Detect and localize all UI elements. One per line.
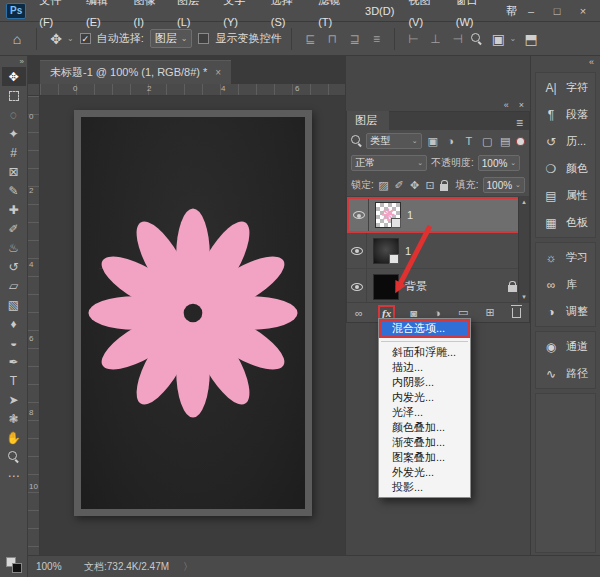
edit-toolbar-button[interactable]: ⋯	[2, 466, 26, 485]
layer-row-2[interactable]: 1	[347, 233, 529, 269]
rail-collapse-icon[interactable]: «	[589, 57, 594, 70]
background-swatch[interactable]	[12, 563, 22, 573]
menu-type[interactable]: 文字(Y)	[216, 0, 263, 33]
chevron-down-icon[interactable]: ⌄	[509, 34, 516, 43]
menu-item-inner-glow[interactable]: 内发光...	[379, 390, 470, 405]
type-tool[interactable]: T	[2, 371, 26, 390]
blur-tool[interactable]: ♦	[2, 314, 26, 333]
menu-image[interactable]: 图像(I)	[127, 0, 171, 33]
auto-select-checkbox[interactable]: ✓	[80, 33, 91, 44]
healing-brush-tool[interactable]: ✚	[2, 200, 26, 219]
panel-button-color[interactable]: ❍ 颜色	[543, 161, 595, 176]
clone-stamp-tool[interactable]: ♨	[2, 238, 26, 257]
panel-button-adjustments[interactable]: ◑ 调整	[543, 304, 595, 319]
maximize-button[interactable]: □	[550, 5, 564, 17]
foreground-background-swatches[interactable]	[6, 557, 22, 573]
filter-type-dropdown[interactable]: 类型 ⌄	[366, 133, 421, 149]
visibility-cell[interactable]	[347, 269, 367, 302]
brush-tool[interactable]: ✐	[2, 219, 26, 238]
panel-close-icon[interactable]: ×	[519, 100, 524, 110]
dodge-tool[interactable]: ◒	[2, 333, 26, 352]
shape-tool[interactable]: ❃	[2, 409, 26, 428]
menu-3d[interactable]: 3D(D)	[358, 0, 401, 22]
history-brush-tool[interactable]: ↺	[2, 257, 26, 276]
lock-artboard-icon[interactable]: ⊡	[424, 179, 436, 192]
document-tab[interactable]: 未标题-1 @ 100% (1, RGB/8#) * ×	[40, 60, 231, 84]
panel-button-properties[interactable]: ▤ 属性	[543, 188, 595, 203]
panel-collapse-icon[interactable]: «	[504, 100, 509, 110]
layer-thumbnail[interactable]: ❋	[375, 202, 401, 228]
align-center-icon[interactable]: ⊓	[324, 32, 340, 46]
menu-layer[interactable]: 图层(L)	[170, 0, 216, 33]
menu-edit[interactable]: 编辑(E)	[79, 0, 126, 33]
toolbar-collapse-icon[interactable]: »	[20, 57, 27, 67]
layer-style-fx-button[interactable]: fx	[380, 307, 393, 319]
menu-window[interactable]: 窗口(W)	[449, 0, 499, 33]
align-middle-icon[interactable]: ⊥	[427, 32, 443, 46]
move-tool[interactable]: ✥	[2, 67, 26, 86]
canvas[interactable]	[74, 110, 312, 516]
visibility-cell[interactable]	[349, 199, 369, 231]
layer-name[interactable]: 1	[407, 209, 413, 221]
delete-layer-icon[interactable]	[512, 308, 521, 318]
add-mask-icon[interactable]: ◙	[410, 307, 417, 319]
workspace-icon[interactable]: ▣	[489, 31, 507, 47]
menu-item-satin[interactable]: 光泽...	[379, 405, 470, 420]
filter-pixel-icon[interactable]: ▣	[426, 135, 440, 148]
eraser-tool[interactable]: ▱	[2, 276, 26, 295]
show-transform-checkbox[interactable]	[198, 33, 209, 44]
pen-tool[interactable]: ✒	[2, 352, 26, 371]
eyedropper-tool[interactable]: ✎	[2, 181, 26, 200]
align-bottom-icon[interactable]: ⊣	[449, 32, 465, 46]
status-chevron-icon[interactable]: 〉	[183, 560, 193, 574]
align-left-icon[interactable]: ⊑	[302, 32, 318, 46]
zoom-tool[interactable]	[2, 447, 26, 466]
layer-name[interactable]: 背景	[405, 279, 427, 294]
hand-tool[interactable]: ✋	[2, 428, 26, 447]
fill-field[interactable]: 100% ⌄	[483, 177, 525, 193]
filter-adjustment-icon[interactable]: ◑	[444, 135, 458, 147]
distribute-icon[interactable]: ≡	[368, 32, 384, 46]
scroll-up-icon[interactable]: ▴	[522, 198, 526, 206]
menu-file[interactable]: 文件(F)	[32, 0, 79, 33]
menu-item-pattern-overlay[interactable]: 图案叠加...	[379, 450, 470, 465]
quick-select-tool[interactable]: ✦	[2, 124, 26, 143]
filter-switch-icon[interactable]	[516, 137, 525, 146]
gradient-tool[interactable]: ▧	[2, 295, 26, 314]
menu-item-outer-glow[interactable]: 外发光...	[379, 465, 470, 480]
layer-name[interactable]: 1	[405, 245, 411, 257]
menu-item-gradient-overlay[interactable]: 渐变叠加...	[379, 435, 470, 450]
pasteboard[interactable]	[40, 96, 345, 555]
search-icon[interactable]	[471, 33, 483, 45]
opacity-field[interactable]: 100% ⌄	[478, 155, 520, 171]
panel-button-swatches[interactable]: ▦ 色板	[543, 215, 595, 230]
frame-tool[interactable]: ⊠	[2, 162, 26, 181]
layer-thumbnail[interactable]	[373, 238, 399, 264]
link-layers-icon[interactable]: ∞	[355, 307, 363, 319]
panel-button-learn[interactable]: ☼ 学习	[543, 250, 595, 265]
adjustment-layer-icon[interactable]: ◑	[434, 307, 441, 319]
lock-move-icon[interactable]: ✥	[409, 179, 421, 192]
menu-item-stroke[interactable]: 描边...	[379, 360, 470, 375]
layer-row-background[interactable]: 背景	[347, 269, 529, 302]
filter-shape-icon[interactable]: ▢	[480, 135, 494, 148]
arrange-icon[interactable]: ⬒	[522, 31, 540, 47]
scroll-down-icon[interactable]: ▾	[522, 293, 526, 301]
filter-smartobject-icon[interactable]: ▤	[498, 135, 512, 148]
zoom-level-field[interactable]: 100%	[36, 561, 70, 572]
menu-item-bevel-emboss[interactable]: 斜面和浮雕...	[379, 345, 470, 360]
menu-select[interactable]: 选择(S)	[264, 0, 311, 33]
layer-thumbnail[interactable]	[373, 274, 399, 300]
new-layer-icon[interactable]: ⊞	[486, 306, 495, 319]
menu-view[interactable]: 视图(V)	[401, 0, 448, 33]
crop-tool[interactable]: #	[2, 143, 26, 162]
menu-item-blending-options[interactable]: 混合选项...	[379, 319, 470, 338]
path-select-tool[interactable]: ➤	[2, 390, 26, 409]
menu-filter[interactable]: 滤镜(T)	[311, 0, 358, 33]
panel-button-paths[interactable]: ∿ 路径	[543, 366, 595, 381]
marquee-tool[interactable]	[2, 86, 26, 105]
menu-item-inner-shadow[interactable]: 内阴影...	[379, 375, 470, 390]
panel-button-character[interactable]: A| 字符	[543, 80, 595, 95]
blend-mode-dropdown[interactable]: 正常 ⌄	[351, 155, 427, 171]
panel-button-channels[interactable]: ◉ 通道	[543, 339, 595, 354]
